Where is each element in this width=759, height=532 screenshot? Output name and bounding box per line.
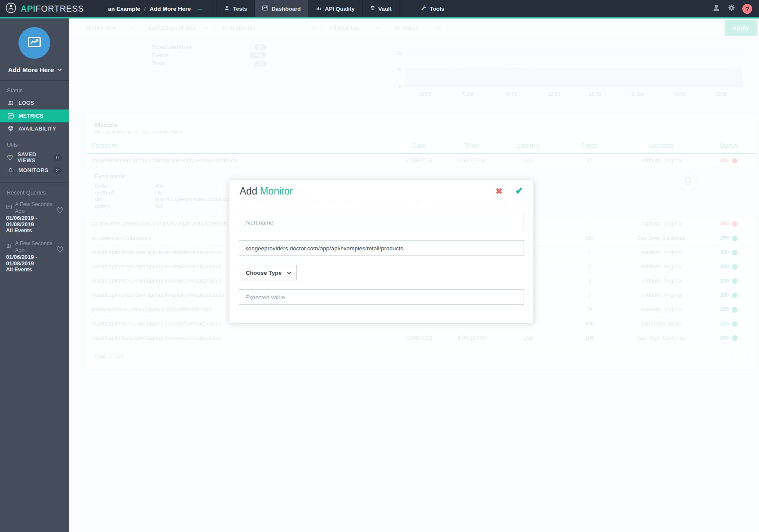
line-chart-icon <box>7 112 14 119</box>
confirm-check-icon[interactable]: ✔ <box>515 185 523 197</box>
tab-api-quality[interactable]: API Quality <box>308 0 362 17</box>
header-accent-line <box>0 17 759 18</box>
close-icon[interactable]: ✖ <box>496 186 503 196</box>
gear-icon[interactable] <box>727 3 736 14</box>
users-icon <box>6 243 12 251</box>
heart-outline-icon: ♡ <box>7 154 13 162</box>
tab-tests[interactable]: Tests <box>216 0 254 17</box>
modal-header: Add Monitor ✖ ✔ <box>229 180 533 202</box>
tab-dashboard[interactable]: Dashboard <box>254 0 308 17</box>
monitor-url-input[interactable] <box>239 240 524 256</box>
sidebar-item-metrics[interactable]: METRICS <box>0 109 69 122</box>
alert-name-input[interactable] <box>239 215 524 230</box>
sidebar-item-availability[interactable]: AVAILABILITY <box>0 122 69 135</box>
brand-logo[interactable]: APIFORTRESS <box>0 0 90 17</box>
sidebar-item-saved-views[interactable]: ♡ SAVED VIEWS 0 <box>0 151 69 164</box>
expected-value-input[interactable] <box>239 289 524 305</box>
breadcrumb-current[interactable]: Add More Here <box>149 6 191 12</box>
recent-queries-list: A Few Seconds Ago 01/06/2019 - 01/08/201… <box>0 199 69 276</box>
project-block: Add More Here <box>0 18 69 81</box>
metrics-chart-icon <box>27 35 42 51</box>
bar-chart-icon <box>316 5 322 12</box>
tab-vault[interactable]: Vault <box>362 0 399 17</box>
line-chart-icon <box>6 204 12 212</box>
modal-body: Choose Type <box>229 202 533 323</box>
wrench-icon <box>421 5 427 12</box>
main-tabs: Tests Dashboard API Quality Vault Tools <box>216 0 451 17</box>
choose-type-dropdown[interactable]: Choose Type <box>239 265 297 280</box>
line-chart-icon <box>262 5 268 12</box>
user-icon <box>224 5 230 12</box>
chevron-down-icon <box>287 270 291 274</box>
favorite-heart-icon[interactable]: ♡ <box>56 245 64 255</box>
apifortress-logo-icon <box>5 2 17 15</box>
topbar-actions: ? <box>712 0 759 17</box>
chevron-down-icon <box>58 67 62 71</box>
users-icon <box>7 100 14 106</box>
monitors-count-badge: 2 <box>53 167 62 173</box>
bell-icon <box>7 167 14 174</box>
favorite-heart-icon[interactable]: ♡ <box>56 206 64 216</box>
brand-name: APIFORTRESS <box>21 4 84 14</box>
sidebar: Add More Here Status LOGS METRICS AVAILA… <box>0 18 69 532</box>
help-icon[interactable]: ? <box>742 4 752 14</box>
top-navigation-bar: APIFORTRESS an Example / Add More Here →… <box>0 0 759 17</box>
breadcrumb-separator: / <box>144 6 146 12</box>
section-label-utils: Utils <box>0 135 69 151</box>
database-icon <box>370 5 375 12</box>
sidebar-item-logs[interactable]: LOGS <box>0 97 69 109</box>
breadcrumb-arrow-icon[interactable]: → <box>196 5 203 12</box>
project-avatar[interactable] <box>18 27 50 59</box>
project-selector[interactable]: Add More Here <box>0 66 69 73</box>
recent-query-item[interactable]: A Few Seconds Ago 01/06/2019 - 01/08/201… <box>0 199 69 238</box>
section-label-status: Status <box>0 81 69 97</box>
add-monitor-modal: Add Monitor ✖ ✔ Choose Type <box>229 180 534 323</box>
saved-views-count-badge: 0 <box>53 155 62 161</box>
sidebar-item-monitors[interactable]: MONITORS 2 <box>0 164 69 177</box>
heart-pulse-icon <box>7 125 14 132</box>
breadcrumb: an Example / Add More Here → <box>108 0 203 17</box>
breadcrumb-project[interactable]: an Example <box>108 6 140 12</box>
recent-query-item[interactable]: A Few Seconds Ago 01/06/2019 - 01/08/201… <box>0 238 69 276</box>
modal-title: Add Monitor <box>240 185 293 197</box>
tab-tools[interactable]: Tools <box>413 0 452 17</box>
user-account-icon[interactable] <box>712 3 721 14</box>
section-label-recent-queries: Recent Queries <box>0 183 69 199</box>
